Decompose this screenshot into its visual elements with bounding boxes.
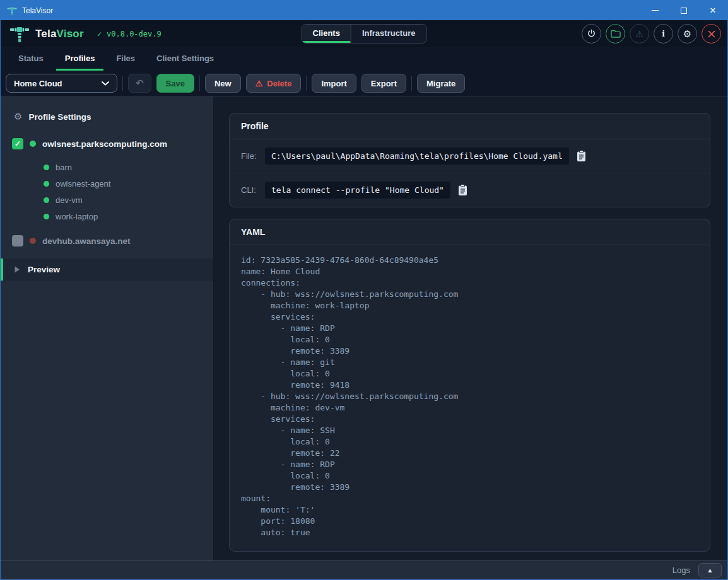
- tab-clients[interactable]: Clients: [302, 25, 351, 43]
- maximize-button[interactable]: [669, 1, 698, 20]
- status-dot-online: [44, 197, 49, 203]
- cli-command-value: tela connect --profile "Home Cloud": [265, 182, 450, 199]
- app-logo-icon: [9, 24, 30, 44]
- power-button[interactable]: [582, 24, 601, 44]
- sidebar-hub-owlsnest[interactable]: ✓ owlsnest.parkscomputing.com: [1, 134, 213, 154]
- warning-icon: ⚠: [255, 79, 263, 88]
- profile-select[interactable]: Home Cloud: [6, 74, 117, 93]
- status-dot-online: [44, 181, 49, 187]
- copy-file-path-button[interactable]: [575, 149, 587, 163]
- os-titlebar[interactable]: TelaVisor ✕: [1, 1, 727, 20]
- version-badge: ✓ v0.8.0-dev.9: [97, 30, 161, 38]
- file-path-value: C:\Users\paul\AppData\Roaming\tela\profi…: [265, 148, 569, 165]
- sidebar-item-profile-settings[interactable]: ⚙ Profile Settings: [1, 106, 213, 127]
- maximize-icon: [681, 8, 687, 14]
- file-row: File: C:\Users\paul\AppData\Roaming\tela…: [230, 139, 710, 173]
- minimize-button[interactable]: [640, 1, 669, 20]
- settings-button[interactable]: ⚙: [678, 24, 697, 44]
- machine-list: barn owlsnest-agent dev-vm work-laptop: [1, 159, 213, 224]
- profile-toolbar: Home Cloud ↶ Save New ⚠ Delete Import Ex…: [1, 71, 727, 96]
- status-dot-online: [30, 141, 36, 147]
- toolbar-divider: [306, 76, 307, 91]
- import-button[interactable]: Import: [312, 74, 356, 93]
- copy-cli-command-button[interactable]: [457, 183, 469, 197]
- check-icon: ✓: [97, 30, 102, 38]
- status-dot-online: [44, 214, 49, 219]
- export-button[interactable]: Export: [361, 74, 406, 93]
- cli-row: CLI: tela connect --profile "Home Cloud": [230, 173, 710, 207]
- yaml-body: id: 7323a585-2439-4764-860d-64c89490a4e5…: [230, 245, 710, 551]
- triangle-up-icon: ▲: [707, 567, 713, 574]
- clipboard-icon: [577, 150, 586, 162]
- save-button[interactable]: Save: [156, 74, 194, 93]
- app-window: TelaVisor ✕ TelaVisor: [0, 0, 728, 580]
- status-dot-offline: [30, 238, 36, 244]
- yaml-card: YAML id: 7323a585-2439-4764-860d-64c8949…: [229, 219, 710, 552]
- yaml-card-title: YAML: [230, 219, 710, 245]
- tab-client-settings[interactable]: Client Settings: [148, 47, 223, 71]
- app-name: TelaVisor: [35, 28, 84, 40]
- version-text: v0.8.0-dev.9: [107, 30, 161, 38]
- sidebar: ⚙ Profile Settings ✓ owlsnest.parkscompu…: [1, 96, 214, 560]
- hub-name: devhub.awansaya.net: [42, 236, 131, 246]
- toolbar-divider: [411, 76, 412, 91]
- toolbar-divider: [199, 76, 200, 91]
- gear-icon: ⚙: [14, 111, 22, 122]
- tab-files[interactable]: Files: [107, 47, 144, 71]
- sidebar-machine-owlsnest-agent[interactable]: owlsnest-agent: [1, 175, 213, 192]
- undo-icon: ↶: [136, 78, 144, 89]
- nav-tabs: Status Profiles Files Client Settings: [1, 47, 727, 71]
- header-actions: ⚠ i ⚙: [582, 24, 721, 44]
- profile-select-value: Home Cloud: [14, 79, 62, 88]
- file-label: File:: [241, 151, 259, 161]
- hub-name: owlsnest.parkscomputing.com: [42, 139, 167, 149]
- sidebar-item-preview[interactable]: Preview: [1, 258, 213, 281]
- delete-button[interactable]: ⚠ Delete: [246, 74, 302, 93]
- hub-checkbox[interactable]: [12, 235, 23, 246]
- yaml-content: id: 7323a585-2439-4764-860d-64c89490a4e5…: [241, 255, 698, 538]
- alerts-button[interactable]: ⚠: [630, 24, 649, 44]
- hub-checkbox[interactable]: ✓: [12, 138, 23, 149]
- main-panel: Profile File: C:\Users\paul\AppData\Roam…: [214, 96, 727, 560]
- close-window-button[interactable]: ✕: [698, 1, 727, 20]
- preview-label: Preview: [28, 265, 60, 274]
- profile-settings-label: Profile Settings: [28, 112, 91, 122]
- close-x-icon: [708, 30, 715, 38]
- minimize-icon: [652, 10, 659, 11]
- chevron-down-icon: [102, 81, 109, 86]
- window-controls: ✕: [640, 1, 727, 20]
- expand-logs-button[interactable]: ▲: [698, 563, 722, 577]
- tab-infrastructure[interactable]: Infrastructure: [351, 25, 426, 43]
- sidebar-machine-work-laptop[interactable]: work-laptop: [1, 208, 213, 224]
- brand: TelaVisor ✓ v0.8.0-dev.9: [9, 24, 161, 44]
- window-title: TelaVisor: [22, 6, 53, 15]
- warning-icon: ⚠: [635, 30, 643, 38]
- folder-icon: [611, 30, 621, 38]
- profile-card-title: Profile: [230, 113, 710, 139]
- status-bar: Logs ▲: [1, 560, 727, 579]
- app-logo-icon: [7, 6, 17, 16]
- mode-tabs: Clients Infrastructure: [302, 24, 427, 44]
- content: ⚙ Profile Settings ✓ owlsnest.parkscompu…: [1, 96, 727, 560]
- logs-label: Logs: [672, 566, 690, 575]
- tab-profiles[interactable]: Profiles: [56, 47, 104, 71]
- sidebar-hub-devhub[interactable]: devhub.awansaya.net: [1, 231, 213, 251]
- open-folder-button[interactable]: [606, 24, 625, 44]
- clipboard-icon: [458, 184, 467, 196]
- sidebar-machine-barn[interactable]: barn: [1, 159, 213, 175]
- undo-button[interactable]: ↶: [128, 74, 151, 93]
- gear-icon: ⚙: [683, 29, 691, 38]
- sidebar-machine-dev-vm[interactable]: dev-vm: [1, 192, 213, 208]
- app-header: TelaVisor ✓ v0.8.0-dev.9 Clients Infrast…: [1, 20, 727, 47]
- close-icon: ✕: [710, 6, 717, 14]
- power-icon: [587, 29, 596, 38]
- info-icon: i: [662, 29, 664, 38]
- toolbar-divider: [122, 76, 123, 91]
- status-dot-online: [44, 165, 49, 170]
- exit-button[interactable]: [702, 24, 721, 44]
- checkbox-check-icon: ✓: [15, 140, 21, 148]
- new-button[interactable]: New: [205, 74, 241, 93]
- migrate-button[interactable]: Migrate: [417, 74, 465, 93]
- info-button[interactable]: i: [654, 24, 673, 44]
- tab-status[interactable]: Status: [9, 47, 52, 71]
